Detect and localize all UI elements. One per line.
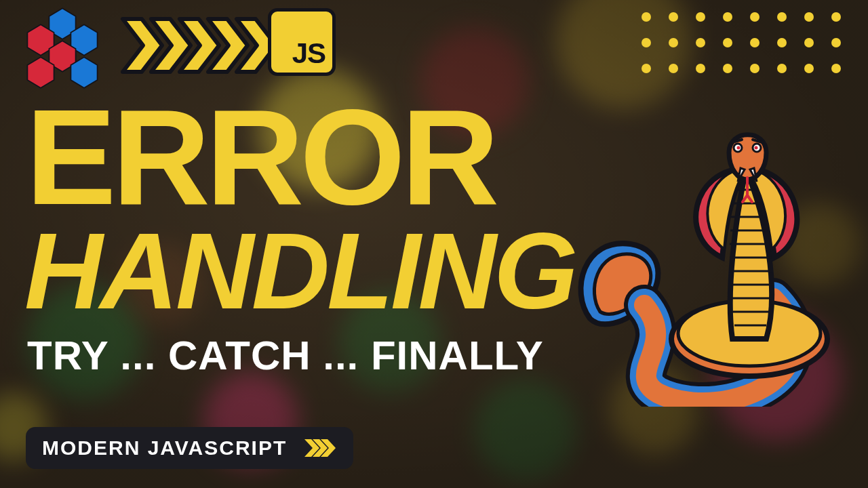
dot-icon: [831, 12, 841, 22]
dot-icon: [777, 38, 787, 47]
title-line-1: ERROR: [26, 95, 495, 220]
dot-icon: [696, 12, 705, 22]
dot-icon: [669, 64, 678, 73]
svg-marker-13: [321, 439, 336, 457]
dot-icon: [831, 38, 841, 47]
javascript-logo-icon: JS: [268, 8, 336, 76]
mini-chevron-stack-icon: [303, 438, 337, 458]
svg-point-30: [755, 146, 758, 150]
dot-grid-icon: [642, 12, 841, 73]
dot-icon: [831, 64, 841, 73]
chevron-right-stack-icon: [119, 15, 280, 76]
title-line-2: HANDLING: [24, 217, 575, 325]
dot-icon: [750, 38, 760, 47]
dot-icon: [642, 64, 651, 73]
cobra-snake-icon: [563, 115, 848, 407]
dot-icon: [669, 38, 678, 47]
dot-icon: [777, 64, 787, 73]
dot-icon: [642, 12, 651, 22]
subtitle: TRY ... CATCH ... FINALLY: [27, 332, 544, 379]
dot-icon: [750, 12, 760, 22]
dot-icon: [804, 64, 814, 73]
js-badge-text: JS: [292, 37, 326, 70]
dot-icon: [750, 64, 760, 73]
chevron-right-icon: [319, 438, 337, 458]
dot-icon: [723, 38, 732, 47]
dot-icon: [804, 38, 814, 47]
dot-icon: [804, 12, 814, 22]
dot-icon: [696, 64, 705, 73]
dot-icon: [642, 38, 651, 47]
dot-icon: [777, 12, 787, 22]
svg-point-29: [737, 146, 741, 150]
dot-icon: [669, 12, 678, 22]
hexagon-cluster-icon: [15, 7, 110, 88]
thumbnail-stage: JS ERROR HANDLING TRY ... CATCH ... FINA…: [0, 0, 868, 488]
footer-badge: MODERN JAVASCRIPT: [26, 427, 353, 469]
dot-icon: [723, 64, 732, 73]
footer-label: MODERN JAVASCRIPT: [42, 436, 287, 460]
dot-icon: [723, 12, 732, 22]
dot-icon: [696, 38, 705, 47]
